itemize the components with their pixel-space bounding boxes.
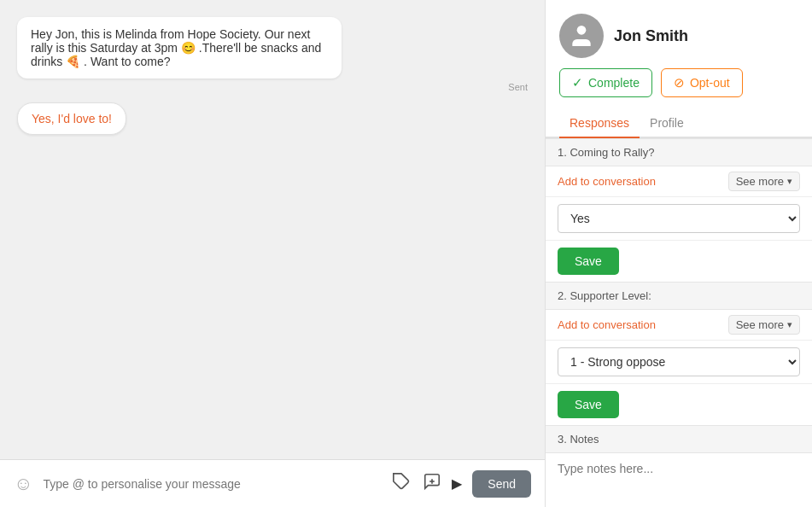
chat-input-area: ☺ ▶ Send <box>0 459 545 507</box>
outgoing-message-bubble: Hey Jon, this is Melinda from Hope Socie… <box>17 17 342 79</box>
add-message-icon <box>423 472 441 491</box>
chevron-down-icon: ▾ <box>787 176 792 187</box>
section1-save-button[interactable]: Save <box>558 248 619 275</box>
section1-add-to-conv-link[interactable]: Add to conversation <box>558 175 656 188</box>
incoming-message-text: Yes, I'd love to! <box>32 112 112 125</box>
section2-add-to-conv-link[interactable]: Add to conversation <box>558 318 656 331</box>
section1-select-row: Yes No Maybe <box>546 197 812 241</box>
send-button[interactable]: Send <box>472 470 531 498</box>
tab-bar: Responses Profile <box>546 109 812 138</box>
chat-messages: Hey Jon, this is Melinda from Hope Socie… <box>0 0 545 459</box>
complete-label: Complete <box>588 76 640 90</box>
chat-panel: Hey Jon, this is Melinda from Hope Socie… <box>0 0 545 507</box>
section1-label: 1. Coming to Rally? <box>558 146 654 159</box>
chevron-down-icon-2: ▾ <box>787 319 792 330</box>
section1-actions: Add to conversation See more ▾ <box>546 166 812 197</box>
section2-see-more-link[interactable]: See more ▾ <box>728 315 800 335</box>
section1-see-more-text: See more <box>736 175 784 188</box>
section1-bar: 1. Coming to Rally? <box>546 138 812 166</box>
right-panel: Jon Smith ✓ Complete ⊘ Opt-out Responses… <box>545 0 812 507</box>
incoming-message-bubble: Yes, I'd love to! <box>17 102 126 135</box>
outgoing-message-container: Hey Jon, this is Melinda from Hope Socie… <box>17 17 528 92</box>
chat-input[interactable] <box>43 477 380 491</box>
optout-button[interactable]: ⊘ Opt-out <box>661 68 743 97</box>
section3-label: 3. Notes <box>558 433 599 446</box>
section2-select[interactable]: 1 - Strong oppose 2 - Oppose 3 - Neutral… <box>558 347 800 376</box>
chat-input-icons: ▶ <box>390 470 462 497</box>
emoji-icon[interactable]: ☺ <box>14 473 32 495</box>
section2-select-row: 1 - Strong oppose 2 - Oppose 3 - Neutral… <box>546 341 812 384</box>
section2-bar: 2. Supporter Level: <box>546 282 812 310</box>
section2-label: 2. Supporter Level: <box>558 289 651 302</box>
responses-content: 1. Coming to Rally? Add to conversation … <box>546 138 812 507</box>
contact-header: Jon Smith <box>546 0 812 68</box>
tab-profile[interactable]: Profile <box>640 109 694 138</box>
notes-textarea[interactable] <box>546 453 812 504</box>
svg-point-3 <box>577 26 587 35</box>
tag-icon-button[interactable] <box>390 470 412 497</box>
optout-label: Opt-out <box>690 76 730 90</box>
section1-select[interactable]: Yes No Maybe <box>558 204 800 233</box>
section1-see-more-link[interactable]: See more ▾ <box>728 172 800 191</box>
avatar-icon <box>568 22 595 50</box>
tag-icon <box>392 472 411 491</box>
contact-name: Jon Smith <box>614 27 688 45</box>
section3-bar: 3. Notes <box>546 425 812 453</box>
complete-check-icon: ✓ <box>572 75 583 90</box>
section2-save-button[interactable]: Save <box>558 391 619 418</box>
section2-actions: Add to conversation See more ▾ <box>546 310 812 341</box>
optout-icon: ⊘ <box>674 75 685 90</box>
section2-see-more-text: See more <box>736 318 784 331</box>
outgoing-message-text: Hey Jon, this is Melinda from Hope Socie… <box>31 27 321 68</box>
complete-button[interactable]: ✓ Complete <box>559 68 652 97</box>
cursor-indicator: ▶ <box>452 475 462 492</box>
tab-responses[interactable]: Responses <box>559 109 640 138</box>
avatar <box>559 14 604 58</box>
action-buttons: ✓ Complete ⊘ Opt-out <box>546 68 812 109</box>
sent-label: Sent <box>17 82 528 92</box>
add-message-icon-button[interactable] <box>421 470 443 497</box>
